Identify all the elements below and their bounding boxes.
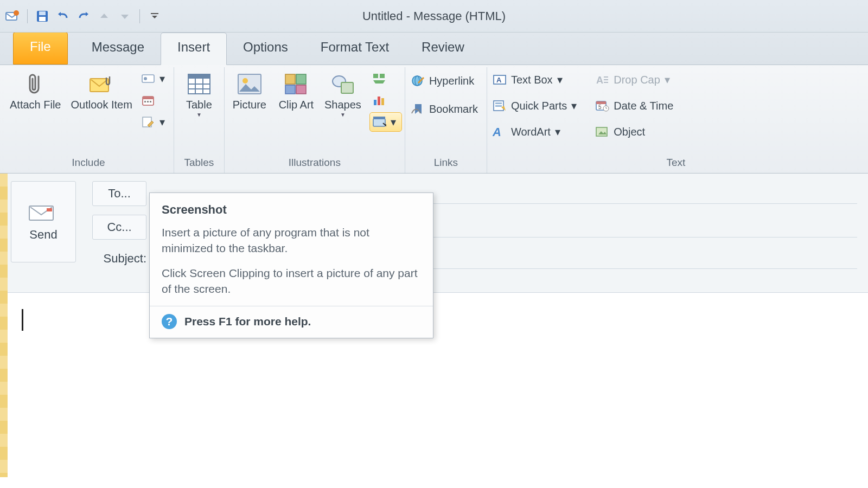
tab-file[interactable]: File bbox=[13, 32, 68, 65]
picture-button[interactable]: Picture bbox=[228, 69, 271, 113]
prev-item-icon[interactable] bbox=[96, 8, 112, 24]
group-tables: Table ▼ Tables bbox=[174, 67, 224, 173]
tab-message[interactable]: Message bbox=[75, 33, 161, 65]
message-body[interactable] bbox=[0, 293, 868, 488]
tab-insert[interactable]: Insert bbox=[161, 33, 227, 65]
chart-icon bbox=[372, 93, 386, 107]
tooltip-help-text: Press F1 for more help. bbox=[184, 315, 311, 328]
compose-header: Send To... Cc... Subject: bbox=[0, 174, 868, 293]
group-label-text: Text bbox=[490, 155, 861, 173]
business-card-button[interactable]: ▾ bbox=[139, 69, 170, 88]
table-button[interactable]: Table ▼ bbox=[177, 69, 221, 120]
calendar-icon bbox=[141, 93, 155, 107]
tab-review[interactable]: Review bbox=[405, 33, 481, 65]
wordart-icon: A bbox=[493, 125, 507, 139]
separator bbox=[139, 9, 140, 23]
svg-rect-23 bbox=[285, 74, 295, 84]
svg-text:A: A bbox=[496, 76, 502, 84]
table-icon bbox=[187, 72, 212, 97]
customize-qat-icon[interactable] bbox=[146, 8, 163, 24]
text-box-button[interactable]: AText Box ▾ bbox=[490, 70, 582, 89]
undo-icon[interactable] bbox=[55, 8, 71, 24]
group-label-include: Include bbox=[7, 155, 170, 173]
drop-cap-button: ADrop Cap ▾ bbox=[593, 70, 679, 89]
send-envelope-icon bbox=[27, 202, 60, 223]
screenshot-button[interactable]: ▾ bbox=[370, 113, 401, 131]
svg-rect-31 bbox=[374, 100, 376, 105]
save-icon[interactable] bbox=[34, 8, 50, 24]
text-cursor bbox=[22, 309, 23, 331]
group-include: Attach File Outlook Item ▾ ▾ Include bbox=[3, 67, 174, 173]
svg-rect-53 bbox=[29, 206, 53, 220]
bookmark-label: Bookmark bbox=[429, 103, 478, 115]
tooltip-help-row: ? Press F1 for more help. bbox=[162, 314, 421, 329]
to-button[interactable]: To... bbox=[92, 181, 146, 206]
svg-rect-41 bbox=[495, 102, 502, 104]
send-button[interactable]: Send bbox=[11, 181, 76, 262]
chevron-down-icon: ▾ bbox=[557, 73, 563, 86]
object-label: Object bbox=[614, 126, 645, 138]
chevron-down-icon: ▼ bbox=[196, 112, 202, 118]
hyperlink-label: Hyperlink bbox=[429, 75, 474, 87]
svg-point-1 bbox=[14, 10, 19, 16]
svg-rect-13 bbox=[150, 101, 151, 102]
quickparts-icon bbox=[493, 99, 507, 113]
title-bar: Untitled - Message (HTML) bbox=[0, 0, 868, 33]
bookmark-icon bbox=[411, 102, 425, 116]
svg-rect-30 bbox=[380, 74, 385, 78]
signature-button[interactable]: ▾ bbox=[139, 113, 170, 131]
attach-file-button[interactable]: Attach File bbox=[7, 69, 64, 113]
svg-rect-28 bbox=[341, 82, 353, 93]
separator bbox=[27, 9, 28, 23]
signature-icon bbox=[141, 115, 155, 129]
svg-rect-10 bbox=[143, 97, 154, 99]
quick-access-toolbar bbox=[4, 8, 163, 24]
bookmark-button[interactable]: Bookmark bbox=[409, 100, 483, 118]
ribbon: Attach File Outlook Item ▾ ▾ Include Tab… bbox=[0, 65, 868, 174]
clipart-icon bbox=[284, 72, 309, 97]
tab-format-text[interactable]: Format Text bbox=[304, 33, 405, 65]
svg-text:A: A bbox=[493, 125, 501, 138]
clip-art-button[interactable]: Clip Art bbox=[275, 69, 318, 113]
outlook-item-label: Outlook Item bbox=[71, 99, 132, 111]
redo-icon[interactable] bbox=[75, 8, 92, 24]
svg-rect-35 bbox=[373, 117, 385, 119]
next-item-icon[interactable] bbox=[117, 8, 133, 24]
group-label-links: Links bbox=[409, 155, 483, 173]
svg-rect-29 bbox=[373, 74, 378, 78]
chevron-down-icon: ▾ bbox=[665, 73, 670, 86]
outlook-icon[interactable] bbox=[4, 8, 21, 24]
svg-rect-5 bbox=[151, 13, 158, 14]
wordart-label: WordArt bbox=[511, 126, 551, 138]
svg-rect-54 bbox=[47, 208, 52, 211]
hyperlink-button[interactable]: Hyperlink bbox=[409, 72, 483, 90]
svg-rect-3 bbox=[39, 11, 46, 15]
svg-rect-33 bbox=[381, 98, 384, 105]
svg-text:5: 5 bbox=[598, 104, 602, 110]
quick-parts-button[interactable]: Quick Parts ▾ bbox=[490, 97, 582, 115]
paperclip-icon bbox=[23, 72, 48, 97]
textbox-icon: A bbox=[493, 73, 507, 87]
envelope-paperclip-icon bbox=[89, 72, 114, 97]
tab-options[interactable]: Options bbox=[227, 33, 304, 65]
chevron-down-icon: ▾ bbox=[159, 115, 165, 129]
smartart-icon bbox=[372, 72, 386, 86]
object-button[interactable]: Object bbox=[593, 123, 679, 141]
smartart-button[interactable] bbox=[370, 69, 401, 88]
group-label-illustrations: Illustrations bbox=[228, 155, 401, 173]
group-illustrations: Picture Clip Art Shapes ▼ ▾ Illustration… bbox=[224, 67, 405, 173]
date-time-button[interactable]: 5Date & Time bbox=[593, 97, 679, 115]
outlook-item-button[interactable]: Outlook Item bbox=[67, 69, 135, 113]
tooltip-paragraph-2: Click Screen Clipping to insert a pictur… bbox=[162, 265, 421, 297]
calendar-button[interactable] bbox=[139, 91, 170, 110]
clip-art-label: Clip Art bbox=[279, 99, 314, 111]
svg-rect-32 bbox=[378, 97, 380, 105]
shapes-label: Shapes bbox=[324, 99, 361, 111]
cc-button[interactable]: Cc... bbox=[92, 215, 146, 240]
wordart-button[interactable]: AWordArt ▾ bbox=[490, 123, 582, 141]
text-box-label: Text Box bbox=[511, 74, 553, 86]
quick-parts-label: Quick Parts bbox=[511, 100, 567, 112]
shapes-button[interactable]: Shapes ▼ bbox=[321, 69, 365, 120]
chevron-down-icon: ▾ bbox=[571, 99, 577, 112]
chart-button[interactable] bbox=[370, 91, 401, 110]
